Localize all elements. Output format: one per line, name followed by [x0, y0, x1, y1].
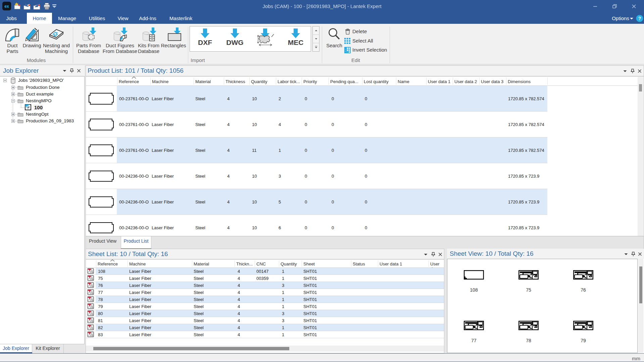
svg-text:?: ?	[638, 16, 641, 21]
